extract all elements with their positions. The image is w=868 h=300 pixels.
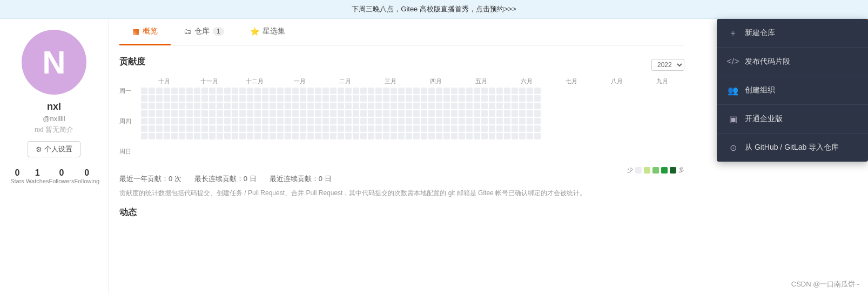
month-label: 十月 [142, 77, 186, 85]
grid-cell [201, 95, 208, 102]
grid-cell [466, 110, 473, 117]
tab-overview[interactable]: ▦ 概览 [119, 19, 171, 45]
grid-rows [141, 88, 684, 139]
grid-cell [519, 125, 526, 132]
grid-cell [391, 133, 397, 139]
grid-cell [194, 133, 200, 139]
dropdown-item-create-org[interactable]: 👥 创建组织 [717, 76, 868, 105]
grid-cell [254, 125, 261, 132]
legend-cell-0 [635, 167, 642, 174]
grid-cell [436, 88, 442, 94]
grid-cell [247, 133, 253, 139]
grid-cell [307, 118, 314, 124]
grid-cell [428, 118, 435, 124]
grid-cell [496, 118, 503, 124]
grid-cell [338, 125, 344, 132]
grid-cell [330, 125, 337, 132]
dropdown-item-import[interactable]: ⊙ 从 GitHub / GitLab 导入仓库 [717, 134, 868, 162]
grid-cell [481, 133, 488, 139]
grid-cell [436, 103, 442, 109]
grid-cell [201, 103, 208, 109]
grid-cell [466, 88, 473, 94]
dropdown-item-new-repo[interactable]: ＋ 新建仓库 [717, 19, 868, 48]
grid-cell [406, 103, 412, 109]
grid-cell [383, 125, 389, 132]
month-label: 十二月 [233, 77, 277, 85]
dropdown-item-code-snippet[interactable]: </> 发布代码片段 [717, 48, 868, 76]
followers-stat[interactable]: 0 Followers [49, 168, 74, 184]
grid-cell [345, 95, 352, 102]
grid-cell [217, 95, 223, 102]
grid-cell [194, 125, 200, 132]
grid-cell [413, 103, 420, 109]
grid-cell [512, 133, 518, 139]
month-label: 八月 [595, 77, 639, 85]
grid-cell [232, 118, 238, 124]
grid-cell [171, 95, 178, 102]
month-labels: 十月十一月十二月一月二月三月四月五月六月七月八月九月 [141, 77, 684, 85]
user-bio: nxl 暂无简介 [35, 125, 73, 135]
month-label: 九月 [640, 77, 684, 85]
tab-stars[interactable]: ⭐ 星选集 [237, 19, 298, 45]
grid-cell [307, 103, 314, 109]
grid-cell [149, 103, 155, 109]
year-select[interactable]: 2022 [651, 59, 684, 71]
grid-cell [353, 103, 359, 109]
grid-cell [436, 95, 442, 102]
grid-cell [375, 88, 382, 94]
grid-cell [481, 118, 488, 124]
following-stat[interactable]: 0 Following [75, 168, 99, 184]
grid-cell [224, 88, 231, 94]
contrib-grid-wrapper: 周一 周四 周日 十月十一月十二月一月二月三月四月五月六月七月八月九月 [119, 77, 684, 163]
grid-cell [292, 133, 299, 139]
grid-cell [322, 110, 329, 117]
stats-row: 0 Stars 1 Watches 0 Followers 0 Followin… [9, 168, 99, 184]
grid-cell [519, 118, 526, 124]
grid-cell [179, 103, 185, 109]
grid-cell [224, 118, 231, 124]
tab-repos[interactable]: 🗂 仓库 1 [171, 19, 237, 45]
grid-cell [209, 95, 216, 102]
grid-cell [300, 110, 306, 117]
grid-cell [489, 118, 495, 124]
grid-cell [474, 133, 480, 139]
grid-cell [330, 133, 337, 139]
grid-cell [443, 125, 450, 132]
grid-cell [322, 103, 329, 109]
grid-cell [149, 118, 155, 124]
grid-cell [421, 110, 427, 117]
grid-cell [239, 118, 246, 124]
legend-less-label: 少 [627, 166, 633, 174]
grid-cell [391, 103, 397, 109]
enterprise-icon: ▣ [728, 114, 738, 124]
grid-cell [504, 118, 510, 124]
gear-icon: ⚙ [36, 145, 42, 154]
watches-stat: 1 Watches [26, 168, 49, 184]
grid-cell [164, 103, 170, 109]
grid-cell [428, 103, 435, 109]
grid-cell [209, 125, 216, 132]
grid-cell [527, 103, 533, 109]
grid-cell [436, 133, 442, 139]
dropdown-item-enterprise[interactable]: ▣ 开通企业版 [717, 105, 868, 134]
grid-cell [496, 125, 503, 132]
grid-cell [322, 118, 329, 124]
grid-cell [527, 95, 533, 102]
grid-cell [247, 103, 253, 109]
grid-cell [375, 95, 382, 102]
day-label-empty1 [119, 102, 139, 110]
grid-row [141, 133, 684, 139]
grid-cell [375, 125, 382, 132]
grid-cell [512, 95, 518, 102]
day-label-thu: 周四 [119, 117, 139, 125]
grid-cell [375, 110, 382, 117]
month-label: 一月 [278, 77, 322, 85]
grid-cell [164, 110, 170, 117]
grid-cell [247, 88, 253, 94]
settings-button[interactable]: ⚙ 个人设置 [28, 141, 80, 157]
grid-cell [519, 110, 526, 117]
grid-cell [496, 133, 503, 139]
grid-cell [300, 103, 306, 109]
grid-cell [466, 118, 473, 124]
grid-cell [413, 88, 420, 94]
